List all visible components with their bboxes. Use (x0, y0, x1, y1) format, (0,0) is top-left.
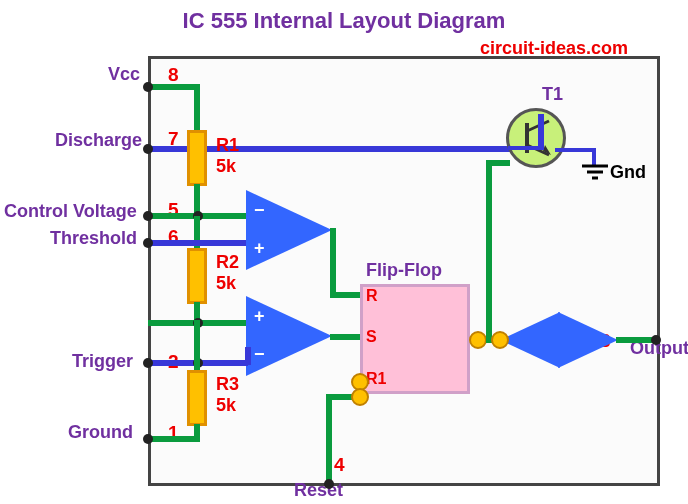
output-buffer (558, 312, 618, 368)
r1-value: 5k (216, 156, 236, 177)
r3-value: 5k (216, 395, 236, 416)
wire (330, 292, 360, 298)
ff-r: R (366, 287, 378, 305)
ff-s: S (366, 328, 377, 346)
wire (194, 84, 200, 132)
diagram-title: IC 555 Internal Layout Diagram (183, 8, 506, 34)
pin-label-trigger: Trigger (72, 351, 133, 372)
inverter (500, 312, 560, 368)
node-inv (351, 388, 369, 406)
pin-label-cv: Control Voltage (4, 201, 137, 222)
pin-label-ground: Ground (68, 422, 133, 443)
node-inv (469, 331, 487, 349)
node (324, 479, 334, 489)
r2-name: R2 (216, 252, 239, 273)
wire (486, 162, 492, 342)
node (143, 211, 153, 221)
wire (330, 228, 336, 298)
node (651, 335, 661, 345)
t1-label: T1 (542, 84, 563, 105)
pin-label-threshold: Threshold (50, 228, 137, 249)
ground-icon (580, 164, 610, 186)
wire (616, 337, 656, 343)
pin-label-discharge: Discharge (55, 130, 142, 151)
resistor-r1 (187, 130, 207, 186)
wire (148, 84, 200, 90)
wire (538, 114, 544, 150)
node (143, 82, 153, 92)
ff-r1: R1 (366, 370, 386, 388)
pin-label-reset: Reset (294, 480, 343, 501)
wire (555, 148, 595, 152)
wire (148, 436, 200, 442)
wire (508, 146, 540, 150)
transistor-t1 (506, 108, 566, 168)
pin-label-vcc: Vcc (108, 64, 140, 85)
minus-sign: − (254, 200, 265, 221)
wire (330, 334, 360, 340)
minus-sign: − (254, 344, 265, 365)
r3-name: R3 (216, 374, 239, 395)
wire (245, 347, 251, 365)
node (143, 434, 153, 444)
flipflop-title: Flip-Flop (366, 260, 442, 281)
wire (486, 160, 510, 166)
r1-name: R1 (216, 135, 239, 156)
resistor-r2 (187, 248, 207, 304)
node-inv (491, 331, 509, 349)
pin-num-4: 4 (334, 454, 345, 476)
wire (326, 394, 332, 484)
wire (148, 240, 248, 246)
transistor-icon (509, 111, 563, 165)
node (143, 238, 153, 248)
gnd-label: Gnd (610, 162, 646, 183)
resistor-r3 (187, 370, 207, 426)
pin-num-8: 8 (168, 64, 179, 86)
node (143, 144, 153, 154)
r2-value: 5k (216, 273, 236, 294)
wire (194, 320, 200, 372)
node (143, 358, 153, 368)
plus-sign: + (254, 306, 265, 327)
plus-sign: + (254, 238, 265, 259)
